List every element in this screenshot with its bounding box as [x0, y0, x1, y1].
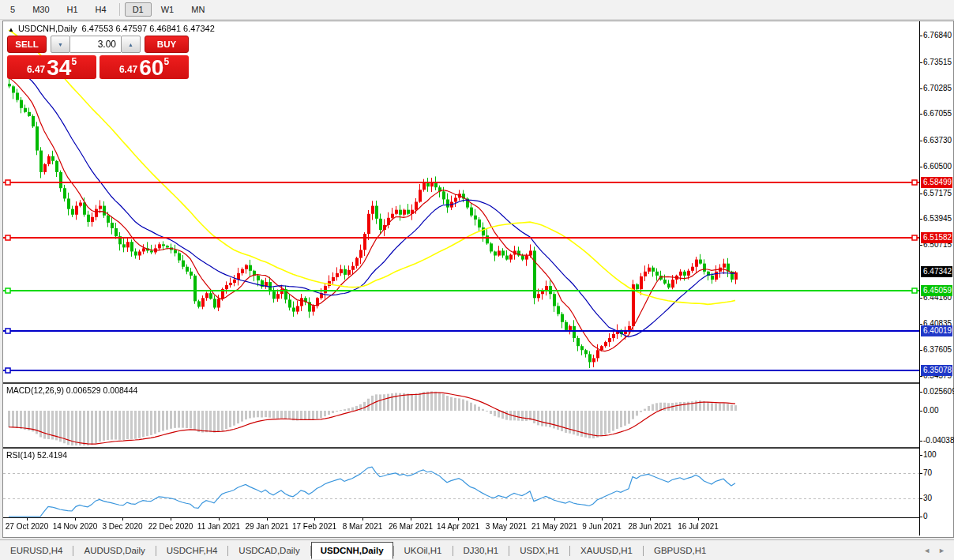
timeframe-toolbar: 5M30H1H4D1W1MN [0, 0, 954, 20]
macd-panel: MACD(12,26,9) 0.006529 0.008444 [3, 382, 919, 449]
chart-tab-audusd[interactable]: AUDUSD,Daily [73, 543, 155, 558]
current-price-badge: 6.47342 [921, 266, 952, 277]
macd-label: MACD(12,26,9) 0.006529 0.008444 [6, 385, 137, 395]
sell-pips: 34 [47, 57, 71, 78]
axis-tick-mark [920, 219, 922, 220]
chart-tab-xauusd[interactable]: XAUUSD,H1 [570, 543, 643, 558]
chart-tab-ukoil[interactable]: UKOil,H1 [394, 543, 453, 558]
axis-tick-mark [920, 455, 922, 456]
tab-scroll-arrows: ◄► [919, 547, 954, 554]
date-tick-mark [698, 518, 699, 521]
one-click-trade-panel: SELL ▼ ▲ BUY 6.47345 6.47605 [7, 36, 190, 79]
chart-tab-gbpusd[interactable]: GBPUSD,H1 [644, 543, 716, 558]
macd-canvas [3, 384, 919, 447]
price-tick-label: 6.63730 [923, 136, 952, 145]
ohlc-quotes: 6.47553 6.47597 6.46841 6.47342 [82, 24, 215, 33]
symbol-title: USDCNH,Daily [18, 24, 77, 33]
price-tick-label: 6.76840 [923, 31, 952, 39]
date-label: 8 Mar 2021 [343, 522, 383, 531]
axis-tick-mark [920, 88, 922, 89]
rsi-tick-label: 70 [923, 468, 932, 477]
price-tick-label: 6.67055 [923, 109, 952, 118]
date-label: 27 Oct 2020 [6, 522, 48, 531]
chart-area[interactable]: ▲USDCNH,Daily 6.47553 6.47597 6.46841 6.… [3, 21, 919, 536]
buy-big-figure: 6.47 [119, 64, 137, 75]
date-tick-mark [267, 518, 268, 521]
chart-title: ▲USDCNH,Daily 6.47553 6.47597 6.46841 6.… [8, 24, 215, 33]
macd-tick-label: 0.025609 [923, 387, 954, 396]
tab-scroll-left-icon[interactable]: ◄ [919, 547, 934, 554]
price-tick-label: 6.57175 [923, 189, 952, 197]
date-tick-mark [506, 518, 507, 521]
timeframe-button-mn[interactable]: MN [183, 2, 212, 17]
buy-button[interactable]: BUY [145, 36, 189, 53]
volume-decrease-button[interactable]: ▼ [51, 36, 70, 53]
rsi-tick-label: 100 [923, 450, 937, 459]
toolbar-separator [119, 3, 120, 16]
price-tick-label: 6.37605 [923, 345, 952, 354]
date-tick-mark [554, 518, 555, 521]
price-level-badge: 6.40019 [921, 325, 952, 336]
axis-tick-mark [920, 36, 922, 36]
sell-button[interactable]: SELL [7, 36, 47, 53]
price-tick-label: 6.73515 [923, 58, 952, 66]
volume-input[interactable] [70, 36, 121, 53]
timeframe-button-m30[interactable]: M30 [24, 2, 57, 17]
price-tick-label: 6.53945 [923, 214, 952, 223]
volume-increase-button[interactable]: ▲ [121, 36, 141, 53]
timeframe-button-5[interactable]: 5 [2, 2, 23, 17]
chart-tab-usdchf[interactable]: USDCHF,H4 [156, 543, 228, 558]
axis-tick-mark [920, 194, 922, 194]
price-axis[interactable]: 6.768406.735156.702856.670556.637306.605… [919, 21, 953, 536]
date-tick-mark [27, 518, 28, 521]
date-tick-mark [411, 518, 411, 521]
chart-tab-dj30[interactable]: DJ30,H1 [453, 543, 509, 558]
sell-pipette: 5 [71, 56, 77, 67]
collapse-arrow-icon[interactable]: ▲ [8, 26, 14, 33]
trading-terminal: 5M30H1H4D1W1MN ▲USDCNH,Daily 6.47553 6.4… [0, 0, 954, 560]
chart-tab-usdx[interactable]: USDX,H1 [509, 543, 569, 558]
date-label: 16 Jul 2021 [678, 522, 719, 531]
axis-tick-mark [920, 498, 922, 499]
rsi-canvas [3, 449, 919, 517]
rsi-tick-label: 0 [923, 512, 928, 521]
buy-pips: 60 [139, 57, 163, 78]
axis-tick-mark [920, 411, 922, 412]
chart-tab-usdcad[interactable]: USDCAD,Daily [228, 543, 310, 558]
spin-down-icon: ▼ [58, 42, 63, 47]
buy-price-display[interactable]: 6.47605 [100, 55, 189, 79]
date-tick-mark [75, 518, 76, 521]
date-tick-mark [314, 518, 315, 521]
sell-big-figure: 6.47 [27, 64, 45, 75]
macd-tick-label: -0.04038 [923, 436, 954, 445]
date-label: 17 Feb 2021 [292, 522, 336, 531]
date-label: 22 Dec 2020 [148, 522, 193, 531]
sell-price-display[interactable]: 6.47345 [7, 55, 96, 79]
axis-tick-mark [920, 298, 922, 299]
timeframe-button-h1[interactable]: H1 [59, 2, 86, 17]
price-tick-label: 6.70285 [923, 84, 952, 92]
date-axis[interactable]: 27 Oct 202014 Nov 20203 Dec 202022 Dec 2… [3, 517, 919, 536]
chart-tab-bar: EURUSD,H4AUDUSD,DailyUSDCHF,H4USDCAD,Dai… [0, 539, 954, 560]
axis-tick-mark [920, 473, 922, 474]
axis-tick-mark [920, 350, 922, 351]
date-label: 29 Jan 2021 [245, 522, 288, 531]
date-tick-mark [458, 518, 459, 521]
axis-tick-mark [920, 114, 922, 115]
chart-window: ▲USDCNH,Daily 6.47553 6.47597 6.46841 6.… [2, 21, 954, 538]
timeframe-button-w1[interactable]: W1 [153, 2, 182, 17]
axis-tick-mark [920, 245, 922, 246]
date-tick-mark [122, 518, 123, 521]
date-label: 3 Dec 2020 [102, 522, 142, 531]
tab-scroll-right-icon[interactable]: ► [934, 547, 949, 554]
timeframe-button-h4[interactable]: H4 [88, 2, 115, 17]
price-level-badge: 6.51582 [921, 232, 952, 243]
rsi-label: RSI(14) 52.4194 [6, 450, 67, 460]
chart-tab-usdcnh[interactable]: USDCNH,Daily [311, 542, 393, 559]
date-tick-mark [171, 518, 171, 521]
date-label: 26 Mar 2021 [389, 522, 433, 531]
chart-tab-eurusd[interactable]: EURUSD,H4 [0, 543, 73, 558]
timeframe-button-d1[interactable]: D1 [125, 2, 152, 17]
axis-tick-mark [920, 167, 922, 167]
date-label: 14 Nov 2020 [53, 522, 98, 531]
